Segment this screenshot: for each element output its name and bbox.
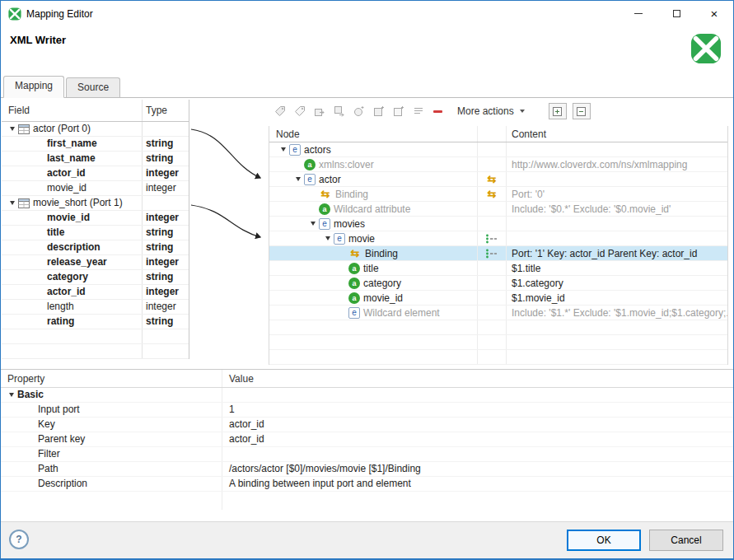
element-icon bbox=[334, 233, 345, 245]
field-type: integer bbox=[146, 300, 176, 314]
arrow-actor-mapping bbox=[191, 129, 260, 178]
property-row[interactable]: Parent keyactor_id bbox=[1, 432, 733, 447]
tree-row[interactable]: Binding Port: '0' bbox=[269, 187, 727, 202]
add-text-node-icon[interactable] bbox=[411, 105, 425, 119]
element-icon bbox=[304, 174, 316, 185]
tree-node-label: category bbox=[363, 278, 401, 289]
tree-content-cell: Include: '$1.*' Exclude: '$1.movie_id;$1… bbox=[506, 306, 727, 320]
port-group-row[interactable]: movie_short (Port 1) bbox=[2, 196, 189, 211]
tree-indicator-cell bbox=[477, 291, 506, 305]
map-icon[interactable] bbox=[292, 105, 306, 119]
element-icon bbox=[348, 307, 360, 319]
field-row[interactable]: ratingstring bbox=[2, 315, 189, 329]
property-value[interactable]: actor_id bbox=[229, 418, 264, 432]
tree-row[interactable]: movie bbox=[269, 231, 727, 246]
chevron-expanded-icon[interactable] bbox=[7, 201, 18, 205]
tree-row[interactable]: xmlns:clover http://www.cloverdx.com/ns/… bbox=[269, 157, 727, 172]
property-row[interactable]: DescriptionA binding between input port … bbox=[1, 477, 733, 492]
empty-row bbox=[269, 350, 727, 365]
tree-row[interactable]: Wildcard attribute Include: '$0.*' Exclu… bbox=[269, 202, 727, 217]
port-group-row[interactable]: actor (Port 0) bbox=[2, 122, 189, 137]
property-name: Description bbox=[38, 477, 87, 491]
chevron-expanded-icon[interactable] bbox=[322, 236, 334, 240]
property-row[interactable]: Keyactor_id bbox=[1, 418, 733, 432]
tree-indicator-cell bbox=[477, 157, 506, 171]
field-type: string bbox=[146, 315, 173, 329]
tree-indicator-cell bbox=[477, 172, 506, 186]
field-row[interactable]: descriptionstring bbox=[2, 240, 189, 255]
chevron-down-icon bbox=[520, 110, 525, 113]
property-value[interactable]: A binding between input port and element bbox=[229, 477, 411, 491]
property-name: Parent key bbox=[38, 432, 85, 446]
field-row[interactable]: lengthinteger bbox=[2, 300, 189, 315]
property-row[interactable]: Input port1 bbox=[1, 403, 733, 418]
tree-row-selected[interactable]: Binding Port: '1' Key: actor_id Parent K… bbox=[269, 246, 727, 261]
property-value[interactable]: 1 bbox=[229, 403, 235, 417]
chevron-expanded-icon[interactable] bbox=[278, 147, 289, 152]
unmap-icon[interactable] bbox=[273, 105, 287, 119]
tree-row[interactable]: actors bbox=[269, 142, 727, 157]
tree-row[interactable]: category $1.category bbox=[269, 276, 727, 291]
property-value[interactable]: actor_id bbox=[229, 432, 264, 446]
tree-indicator-cell bbox=[477, 246, 506, 260]
tree-header: Node Content bbox=[269, 126, 727, 142]
field-name: rating bbox=[47, 315, 74, 329]
add-child-element-icon[interactable] bbox=[312, 105, 326, 119]
field-row[interactable]: movie_idinteger bbox=[2, 181, 189, 196]
tree-row[interactable]: Wildcard element Include: '$1.*' Exclude… bbox=[269, 306, 727, 320]
tree-row[interactable]: movies bbox=[269, 217, 727, 231]
ok-button[interactable]: OK bbox=[567, 530, 641, 551]
field-row[interactable]: titlestring bbox=[2, 226, 189, 240]
attribute-icon bbox=[348, 278, 360, 289]
chevron-expanded-icon[interactable] bbox=[292, 177, 304, 181]
tree-row[interactable]: movie_id $1.movie_id bbox=[269, 291, 727, 306]
chevron-expanded-icon[interactable] bbox=[307, 222, 319, 226]
properties-panel: Property Value Basic Input port1 Keyacto… bbox=[1, 370, 733, 521]
maximize-button[interactable] bbox=[657, 1, 695, 26]
chevron-expanded-icon[interactable] bbox=[7, 127, 18, 131]
add-attribute-icon[interactable] bbox=[352, 105, 366, 119]
remove-button[interactable] bbox=[431, 105, 445, 119]
property-row[interactable]: Filter bbox=[1, 447, 733, 462]
field-row[interactable]: release_yearinteger bbox=[2, 255, 189, 270]
add-binding-icon[interactable] bbox=[372, 105, 386, 119]
port-group-label: actor (Port 0) bbox=[33, 122, 91, 136]
tree-indicator-cell bbox=[477, 217, 506, 231]
property-row[interactable]: Path/actors/actor [$0]/movies/movie [$1]… bbox=[1, 462, 733, 477]
expand-all-icon bbox=[553, 107, 562, 116]
field-row[interactable]: last_namestring bbox=[2, 152, 189, 166]
collapse-all-button[interactable] bbox=[573, 103, 591, 119]
property-value[interactable]: /actors/actor [$0]/movies/movie [$1]/Bin… bbox=[229, 462, 421, 476]
property-section-row[interactable]: Basic bbox=[1, 388, 733, 403]
cancel-button[interactable]: Cancel bbox=[649, 530, 723, 551]
field-row[interactable]: actor_idinteger bbox=[2, 166, 189, 181]
field-row[interactable]: first_namestring bbox=[2, 137, 189, 152]
add-wildcard-icon[interactable] bbox=[391, 105, 405, 119]
tree-content-cell: $1.title bbox=[506, 261, 727, 275]
minimize-button[interactable] bbox=[619, 1, 657, 26]
property-section-label: Basic bbox=[17, 388, 44, 402]
arrow-movie-mapping bbox=[191, 205, 260, 237]
tree-content-cell bbox=[506, 142, 727, 156]
chevron-expanded-icon[interactable] bbox=[6, 393, 17, 397]
tab-source[interactable]: Source bbox=[66, 77, 120, 97]
field-row[interactable]: actor_idinteger bbox=[2, 285, 189, 300]
minimize-icon bbox=[634, 13, 643, 14]
tree-row[interactable]: actor bbox=[269, 172, 727, 187]
content-column-header: Content bbox=[506, 126, 727, 142]
add-sibling-element-icon[interactable] bbox=[332, 105, 346, 119]
tree-node-cell: Wildcard element bbox=[269, 307, 477, 319]
close-button[interactable]: × bbox=[695, 1, 733, 26]
tree-indicator-cell bbox=[477, 231, 506, 245]
more-actions-button[interactable]: More actions bbox=[451, 103, 531, 119]
field-name: title bbox=[47, 226, 64, 240]
field-row[interactable]: categorystring bbox=[2, 270, 189, 285]
field-type: integer bbox=[146, 211, 179, 225]
tree-row[interactable]: title $1.title bbox=[269, 261, 727, 276]
field-row[interactable]: movie_idinteger bbox=[2, 211, 189, 226]
field-type: integer bbox=[146, 181, 176, 195]
tab-mapping[interactable]: Mapping bbox=[3, 76, 64, 98]
tree-node-cell: Binding bbox=[269, 248, 477, 259]
help-button[interactable]: ? bbox=[9, 530, 29, 549]
expand-all-button[interactable] bbox=[549, 103, 567, 119]
